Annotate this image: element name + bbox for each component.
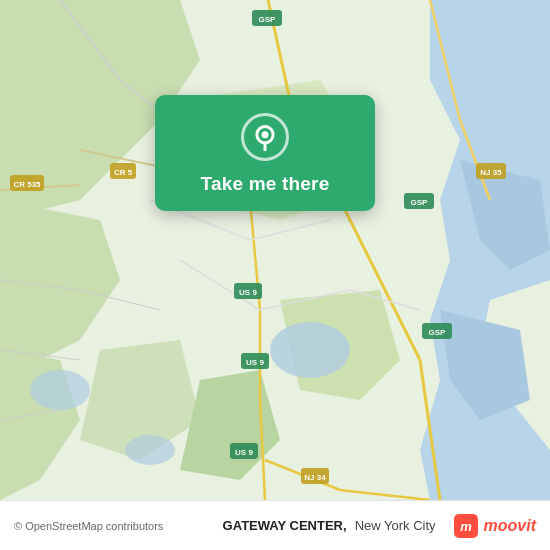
attribution-text: © OpenStreetMap contributors (14, 520, 215, 532)
svg-point-52 (262, 131, 269, 138)
svg-text:GSP: GSP (411, 198, 429, 207)
map-background: GSP CR 535 CR 5 GSP NJ 35 US 9 GSP US 9 … (0, 0, 550, 500)
moovit-logo: m moovit (452, 512, 536, 540)
location-name: GATEWAY CENTER, (223, 518, 347, 533)
svg-text:NJ 35: NJ 35 (480, 168, 502, 177)
svg-point-48 (270, 322, 350, 378)
svg-text:m: m (460, 519, 472, 534)
svg-text:GSP: GSP (259, 15, 277, 24)
moovit-text: moovit (484, 517, 536, 535)
svg-text:CR 5: CR 5 (114, 168, 133, 177)
moovit-icon: m (452, 512, 480, 540)
location-popup: Take me there (155, 95, 375, 211)
svg-text:CR 535: CR 535 (13, 180, 41, 189)
svg-point-49 (30, 370, 90, 410)
svg-text:US 9: US 9 (235, 448, 253, 457)
map-container: GSP CR 535 CR 5 GSP NJ 35 US 9 GSP US 9 … (0, 0, 550, 500)
map-pin-icon (251, 123, 279, 151)
svg-text:GSP: GSP (429, 328, 447, 337)
svg-text:US 9: US 9 (246, 358, 264, 367)
svg-point-50 (125, 435, 175, 465)
svg-text:NJ 34: NJ 34 (304, 473, 326, 482)
location-city: New York City (355, 518, 436, 533)
location-icon-wrap (241, 113, 289, 161)
bottom-bar: © OpenStreetMap contributors GATEWAY CEN… (0, 500, 550, 550)
svg-text:US 9: US 9 (239, 288, 257, 297)
take-me-there-button[interactable]: Take me there (201, 171, 330, 197)
